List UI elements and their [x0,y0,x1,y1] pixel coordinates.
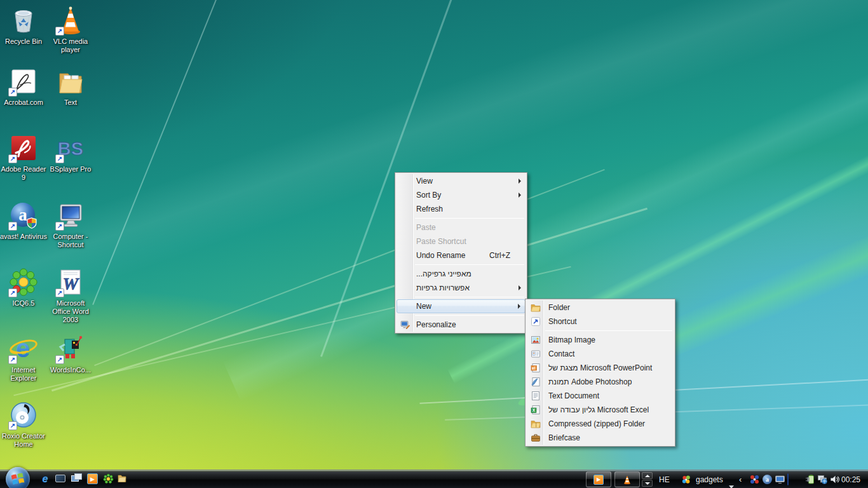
context-menu: View Sort By Refresh Paste Paste Shortcu… [395,172,527,334]
submenu-item-briefcase[interactable]: Briefcase [527,431,674,445]
shortcut-arrow-icon: ↗ [8,222,17,231]
submenu-item-shortcut[interactable]: Shortcut [527,315,674,329]
quicklaunch-switch-windows[interactable] [71,474,83,485]
clock[interactable]: 00:25 [841,470,860,488]
shortcut-icon [531,316,541,327]
computer-icon: ↗ [55,200,86,231]
desktop-icon-acrobat[interactable]: ↗ Acrobat.com [0,66,47,107]
menu-item-view[interactable]: View [397,174,526,188]
network-icon [817,474,828,485]
menu-separator [545,330,672,331]
submenu-item-bitmap-image[interactable]: Bitmap Image [527,333,674,347]
submenu-item-contact[interactable]: Contact [527,347,674,361]
desktop-icon-adobe-reader[interactable]: ↗ Adobe Reader 9 [0,133,47,182]
menu-item-refresh[interactable]: Refresh [397,202,526,216]
quicklaunch-folder[interactable] [116,473,128,485]
svg-text:a: a [766,476,769,483]
avast-icon: a [762,474,773,485]
media-player-icon: ▶ [593,475,604,485]
svg-text:a: a [18,205,27,224]
tray-expand[interactable]: ‹ [739,470,742,488]
acrobat-icon: ↗ [8,66,39,97]
shortcut-arrow-icon: ↗ [8,88,17,97]
menu-item-paste[interactable]: Paste [397,220,526,234]
taskbar-button-media-player[interactable]: ▶ [586,471,611,487]
display-icon [775,474,785,485]
desktop: Recycle Bin ↗ VLC media player ↗ Acrobat… [0,0,868,488]
menu-item-undo-rename[interactable]: Undo Rename Ctrl+Z [397,248,526,262]
tray-avast[interactable]: a [762,474,773,485]
desktop-icon-recycle-bin[interactable]: Recycle Bin [0,5,47,46]
menu-item-graphics-options[interactable]: אפשרויות גרפיות [397,281,526,295]
desktop-icon-wordsinco[interactable]: ↗ WordsInCo... [47,334,94,374]
photoshop-icon [531,377,541,387]
tray-icq-offline[interactable] [749,474,760,485]
internet-explorer-icon: e [43,473,48,484]
down-arrow-icon [645,482,650,485]
text-document-icon [531,391,541,401]
contact-icon [531,349,541,359]
submenu-item-excel[interactable]: X גליון עבודה של Microsoft Excel [527,403,674,417]
menu-item-graphics-properties[interactable]: מאפייני גרפיקה... [397,267,526,281]
tray-messenger[interactable] [787,474,798,485]
gadgets-toolbar[interactable]: gadgets [681,470,723,488]
taskbar-button-vlc[interactable] [614,471,640,487]
menu-shortcut-text: Ctrl+Z [489,248,510,262]
tray-network[interactable] [817,474,828,485]
desktop-icon-bsplayer[interactable]: BS ↗ BSplayer Pro [47,133,94,173]
tray-volume[interactable] [829,474,840,485]
gadgets-label: gadgets [696,475,723,484]
power-icon [804,474,815,485]
menu-item-new[interactable]: New [397,299,526,313]
gadgets-icon [681,475,691,485]
submenu-item-text-document[interactable]: Text Document [527,389,674,403]
ie-icon: e ↗ [8,334,39,364]
icq-offline-icon [749,474,760,485]
shortcut-arrow-icon: ↗ [55,222,64,231]
desktop-icon-avast[interactable]: a ↗ avast! Antivirus [0,200,47,241]
quicklaunch-show-desktop[interactable] [55,475,67,486]
start-button[interactable] [6,467,30,488]
language-indicator[interactable]: HE [659,470,670,488]
submenu-item-photoshop[interactable]: תמונת Adobe Photoshop [527,375,674,389]
icq-icon: ↗ [8,267,39,297]
scroll-down-button[interactable] [642,480,653,487]
excel-icon: X [531,405,541,415]
submenu-arrow-icon [518,304,520,309]
vlc-icon: ↗ [55,5,86,36]
quicklaunch-media-player[interactable]: ▶ [87,473,98,485]
menu-item-paste-shortcut[interactable]: Paste Shortcut [397,234,526,248]
new-submenu: Folder Shortcut Bitmap Image [525,299,675,447]
briefcase-icon [531,433,541,443]
icq-icon [103,473,114,484]
menu-item-personalize[interactable]: Personalize [397,318,526,332]
folder-icon [531,302,541,313]
quicklaunch-icq[interactable] [102,473,114,485]
taskbar-scroll-control [642,472,653,487]
desktop-icon-internet-explorer[interactable]: e ↗ Internet Explorer [0,334,47,383]
shortcut-arrow-icon: ↗ [55,288,64,297]
tray-display[interactable] [775,474,785,485]
menu-item-sort-by[interactable]: Sort By [397,188,526,202]
scroll-up-button[interactable] [642,472,653,479]
submenu-item-zip-folder[interactable]: Compressed (zipped) Folder [527,417,674,431]
menu-separator [415,297,524,297]
desktop-icon-roxio[interactable]: ↗ Roxio Creator Home [0,400,47,449]
submenu-item-folder[interactable]: Folder [527,301,674,315]
desktop-icon-icq[interactable]: ↗ ICQ6.5 [0,267,47,308]
submenu-item-powerpoint[interactable]: מצגת של Microsoft PowerPoint [527,361,674,375]
desktop-icon-word[interactable]: W ↗ Microsoft Office Word 2003 [47,267,94,324]
shortcut-arrow-icon: ↗ [55,154,64,163]
desktop-icon-vlc[interactable]: ↗ VLC media player [47,5,94,54]
tray-power[interactable] [804,474,815,485]
powerpoint-icon [531,363,541,373]
toolbar-chevron[interactable] [729,478,734,488]
word-icon: W ↗ [55,267,86,297]
desktop-icon-text-folder[interactable]: Text [47,66,94,107]
zip-folder-icon [531,419,541,429]
taskbar: e ▶ ▶ [0,470,868,488]
personalize-icon [400,320,410,330]
quicklaunch-internet-explorer[interactable]: e [39,473,51,485]
chevron-left-icon: ‹ [739,475,742,484]
desktop-icon-computer[interactable]: ↗ Computer - Shortcut [47,200,94,249]
